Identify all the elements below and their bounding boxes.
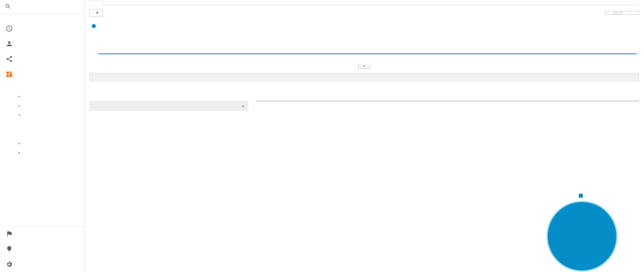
legend-dot-icon: [92, 24, 96, 28]
bulb-icon: [5, 245, 14, 253]
sidebar-item-search-overview[interactable]: [10, 119, 84, 124]
chart-line: [98, 53, 637, 54]
metric-selector[interactable]: ▼: [89, 9, 103, 16]
person-icon: [5, 40, 14, 47]
nav-audience[interactable]: [0, 36, 84, 51]
nav-behavior[interactable]: [0, 67, 84, 82]
sidebar-item-events[interactable]: ▸: [10, 139, 84, 148]
sidebar-item-site-speed[interactable]: ▸: [10, 101, 84, 110]
time-hour[interactable]: [605, 11, 614, 14]
nav-admin[interactable]: [0, 257, 84, 272]
flag-icon: [5, 230, 14, 237]
usage-banner: [89, 73, 639, 82]
sidebar-item-behavior-flow[interactable]: [10, 87, 84, 92]
time-day[interactable]: [614, 11, 622, 14]
dim-search-category[interactable]: [89, 111, 248, 117]
sidebar-item-overview[interactable]: [10, 82, 84, 87]
main-content: ▼ ▼: [85, 0, 644, 272]
time-week[interactable]: [622, 11, 631, 14]
sidebar-item-experiments[interactable]: [10, 157, 84, 162]
clock-icon: [5, 25, 14, 32]
nav-discover[interactable]: [0, 241, 84, 257]
sidebar-search[interactable]: [0, 0, 84, 14]
sidebar-item-search-pages[interactable]: [10, 134, 84, 139]
share-icon: [5, 55, 14, 63]
nav-acquisition[interactable]: [0, 51, 84, 67]
nav-conversions[interactable]: [0, 226, 84, 241]
time-granularity: [605, 11, 639, 15]
reports-heading: [0, 14, 84, 21]
data-table: [256, 99, 639, 122]
table-nodata: [256, 101, 639, 112]
sidebar-item-site-search[interactable]: ▾: [10, 110, 84, 119]
sidebar: ▸ ▸ ▾ ▸ ▸: [0, 0, 85, 272]
tab-overview[interactable]: [89, 0, 103, 5]
chevron-right-icon: ▸: [242, 104, 244, 108]
sidebar-item-site-content[interactable]: ▸: [10, 92, 84, 101]
tab-bar: [89, 0, 639, 5]
legend-square-icon: [579, 194, 583, 198]
chart-expander[interactable]: ▼: [358, 64, 370, 69]
pie-area: [530, 193, 634, 270]
sidebar-item-search-usage[interactable]: [10, 124, 84, 129]
search-input[interactable]: [16, 4, 76, 10]
nav-realtime[interactable]: [0, 21, 84, 36]
gear-icon: [5, 261, 14, 268]
sidebar-item-search-terms[interactable]: [10, 129, 84, 134]
behavior-subnav: ▸ ▸ ▾ ▸ ▸: [0, 82, 84, 162]
view-full-report-link[interactable]: [85, 125, 644, 130]
pie-chart[interactable]: [548, 202, 616, 270]
search-icon: [5, 3, 11, 11]
grid-icon: [5, 71, 14, 78]
dimension-panel: ▸: [89, 99, 248, 122]
dim-start-page[interactable]: [89, 117, 248, 122]
sidebar-item-publishers[interactable]: ▸: [10, 148, 84, 157]
chevron-down-icon: ▼: [95, 11, 99, 15]
metrics-row-2: [85, 86, 644, 91]
time-month[interactable]: [631, 11, 639, 14]
report-footer: [85, 130, 644, 135]
dim-search-term[interactable]: ▸: [89, 101, 248, 111]
line-chart: ▼: [85, 20, 644, 69]
